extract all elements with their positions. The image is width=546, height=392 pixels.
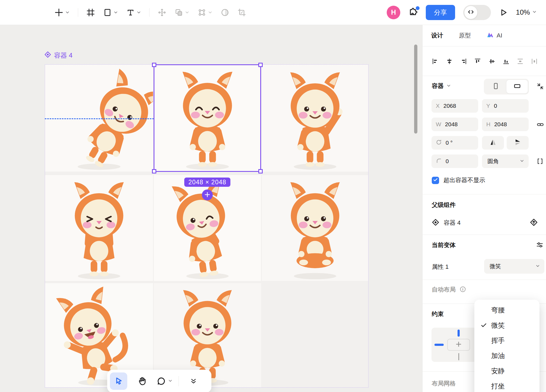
corner-radius-field[interactable]: 0 [431,154,478,168]
tab-原型[interactable]: 原型 [459,31,471,40]
design-app: H 分享 10% 容器 [0,0,546,392]
rectangle-tool[interactable] [103,8,118,17]
y-value: 0 [494,103,497,109]
independent-corners-button[interactable] [537,158,544,166]
x-label: X [436,103,440,109]
canvas[interactable]: 容器 4 [0,25,422,392]
variant-option-label: 加油 [491,351,505,360]
align-v-center-icon[interactable] [488,58,496,65]
hand-tool[interactable] [133,372,151,390]
auto-layout-header: 自动布局 [432,286,466,294]
rectangle-icon [103,8,112,17]
variant-value-select[interactable]: 微笑 [484,259,544,274]
variant-settings-button[interactable] [536,241,544,250]
tab-AI[interactable]: AI [487,31,502,40]
portrait-icon [492,82,500,91]
variant-option[interactable]: 弯腰 [474,302,539,318]
layout-grid-title: 布局网格 [432,380,456,388]
x-value: 2068 [443,103,456,109]
orientation-portrait[interactable] [485,80,506,93]
text-tool[interactable] [126,8,141,17]
comment-icon [157,372,166,390]
cat-image-sit[interactable] [262,175,368,281]
cursor-tool[interactable] [110,372,127,390]
rotation-field[interactable]: 0 ° [431,136,478,150]
text-icon [126,8,135,17]
radius-mode-select[interactable]: 圆角 [482,154,529,168]
chevron-down-icon [535,264,540,269]
frame-tool[interactable] [86,8,95,17]
present-button[interactable] [499,8,508,17]
alignment-toolbar [423,47,546,76]
parent-component-row[interactable]: 容器 4 [432,217,538,229]
height-field[interactable]: H 2048 [482,118,529,131]
constraint-center[interactable] [447,339,470,351]
cat-image-smile-selected[interactable] [154,65,261,172]
lock-aspect-ratio-button[interactable] [537,121,544,129]
orientation-landscape[interactable] [506,80,528,93]
clip-content-checkbox[interactable]: 超出容器不显示 [432,176,485,184]
flip-vertical-button[interactable] [507,136,529,150]
dev-mode-toggle[interactable] [463,5,491,20]
align-right-icon[interactable] [460,58,467,65]
selection-handle[interactable] [152,63,156,67]
variant-prop-label: 属性 1 [432,263,449,271]
variant-option[interactable]: 加油 [474,348,539,363]
variant-option[interactable]: 微笑 [474,318,539,333]
node-icon [198,8,206,17]
h-value: 2048 [494,121,507,128]
collapse-panel-button[interactable] [537,83,544,91]
boolean-tool [174,8,189,17]
cat-image-cheer[interactable] [45,175,153,281]
constraints-title: 约束 [432,310,444,318]
variant-option[interactable]: 挥手 [474,333,539,348]
toolbar-divider [179,376,179,386]
cat-image-wave[interactable] [262,65,368,172]
cat-image-bend[interactable] [45,65,153,172]
share-button[interactable]: 分享 [426,5,455,20]
add-variant-button[interactable] [202,189,213,200]
constraint-left[interactable] [434,344,444,346]
plus-tool[interactable] [54,8,70,17]
contrast-tool [221,8,229,17]
align-bottom-icon[interactable] [503,58,510,65]
variant-option-label: 安静 [491,366,505,375]
flip-horizontal-button[interactable] [482,136,504,150]
variant-option[interactable]: 安静 [474,363,539,378]
container-type-dropdown[interactable]: 容器 [432,82,451,90]
go-to-main-component-button[interactable] [530,218,538,227]
width-field[interactable]: W 2048 [431,118,478,131]
canvas-toolbar [107,370,211,392]
dev-mode-knob [464,6,477,19]
variant-option[interactable]: 打坐 [474,378,539,392]
info-icon[interactable] [459,286,466,294]
rotate-icon [436,139,442,146]
selection-handle[interactable] [152,169,156,173]
y-position-field[interactable]: Y 0 [482,99,529,113]
w-label: W [436,121,441,128]
component-icon [44,51,51,60]
comment-tool[interactable] [157,372,173,390]
panel-tabs: 设计原型AI [423,25,546,46]
selection-handle[interactable] [258,63,263,67]
align-top-icon[interactable] [474,58,481,65]
flip-vertical-icon [514,138,522,147]
w-value: 2048 [445,121,458,128]
zoom-level: 10% [516,8,530,17]
selection-handle[interactable] [258,169,263,173]
avatar[interactable]: H [387,6,400,19]
constraint-bottom[interactable] [458,353,459,360]
tool-group [54,8,246,17]
align-h-center-icon[interactable] [446,58,453,65]
x-position-field[interactable]: X 2068 [431,99,478,113]
tab-设计[interactable]: 设计 [431,31,443,40]
zoom-control[interactable]: 10% [516,8,537,17]
frame-label[interactable]: 容器 4 [44,51,72,60]
chevron-down-icon [136,10,141,15]
canvas-scrollbar[interactable] [414,45,417,134]
collapse-toolbar-tool[interactable] [185,372,202,390]
plugins-button[interactable] [408,7,418,18]
align-left-icon[interactable] [432,58,439,65]
constraint-top[interactable] [458,330,460,337]
check-icon [480,322,487,329]
